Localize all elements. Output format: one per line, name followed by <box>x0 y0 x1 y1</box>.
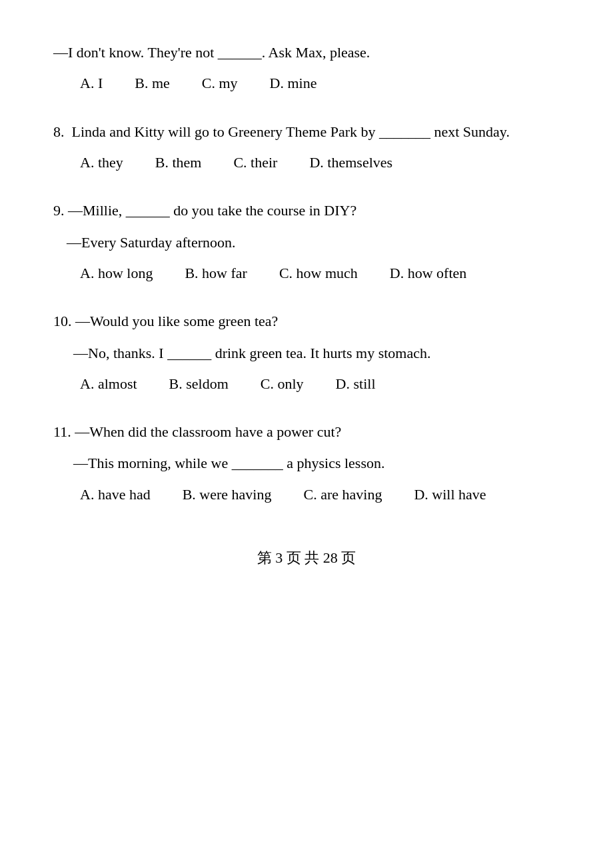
option-8-d: D. themselves <box>309 151 392 174</box>
question-11-line1: 11. —When did the classroom have a power… <box>53 419 560 444</box>
question-intro: —I don't know. They're not ______. Ask M… <box>53 40 560 95</box>
option-intro-c: C. my <box>202 71 238 95</box>
option-9-b: B. how far <box>185 261 247 285</box>
answer-row-intro: A. I B. me C. my D. mine <box>53 71 560 95</box>
option-11-a: A. have had <box>80 483 151 506</box>
option-10-c: C. only <box>261 372 304 395</box>
option-8-c: C. their <box>233 151 277 174</box>
option-9-a: A. how long <box>80 261 153 285</box>
question-10: 10. —Would you like some green tea? —No,… <box>53 309 560 395</box>
option-11-d: D. will have <box>414 483 486 506</box>
answer-row-10: A. almost B. seldom C. only D. still <box>53 372 560 395</box>
question-8-text: 8. Linda and Kitty will go to Greenery T… <box>53 119 560 144</box>
option-9-d: D. how often <box>390 261 466 285</box>
option-10-a: A. almost <box>80 372 137 395</box>
question-9-line1: 9. —Millie, ______ do you take the cours… <box>53 198 560 223</box>
answer-row-9: A. how long B. how far C. how much D. ho… <box>53 261 560 285</box>
option-10-b: B. seldom <box>169 372 229 395</box>
question-10-line1: 10. —Would you like some green tea? <box>53 309 560 333</box>
question-9: 9. —Millie, ______ do you take the cours… <box>53 198 560 285</box>
question-11: 11. —When did the classroom have a power… <box>53 419 560 506</box>
question-11-line2: —This morning, while we _______ a physic… <box>53 451 560 475</box>
question-8: 8. Linda and Kitty will go to Greenery T… <box>53 119 560 175</box>
option-10-d: D. still <box>336 372 376 395</box>
option-8-a: A. they <box>80 151 123 174</box>
option-intro-b: B. me <box>135 71 170 95</box>
option-intro-a: A. I <box>80 71 103 95</box>
option-11-c: C. are having <box>303 483 382 506</box>
question-9-line2: —Every Saturday afternoon. <box>53 230 560 255</box>
option-9-c: C. how much <box>279 261 358 285</box>
question-intro-text: —I don't know. They're not ______. Ask M… <box>53 40 560 65</box>
option-11-b: B. were having <box>183 483 272 506</box>
question-10-line2: —No, thanks. I ______ drink green tea. I… <box>53 341 560 365</box>
option-intro-d: D. mine <box>270 71 317 95</box>
page-footer-text: 第 3 页 共 28 页 <box>257 549 356 566</box>
page-footer: 第 3 页 共 28 页 <box>53 546 560 569</box>
answer-row-8: A. they B. them C. their D. themselves <box>53 151 560 174</box>
answer-row-11: A. have had B. were having C. are having… <box>53 483 560 506</box>
option-8-b: B. them <box>155 151 202 174</box>
